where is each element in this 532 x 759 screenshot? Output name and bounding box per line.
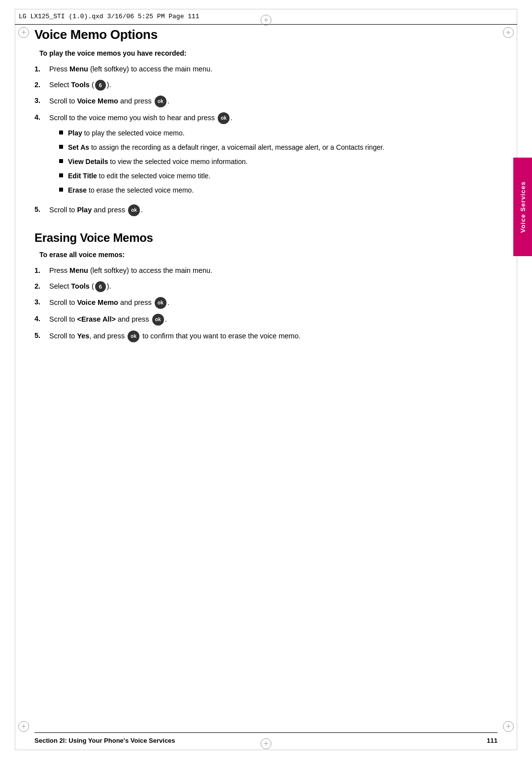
step-5-number: 5. (34, 204, 49, 215)
section2-wrapper: Erasing Voice Memos To erase all voice m… (34, 231, 493, 342)
s2-step-2-bold: Tools (71, 282, 90, 290)
crosshair-bottom-left (18, 721, 29, 732)
section2-steps: 1. Press Menu (left softkey) to access t… (34, 265, 493, 342)
section2-intro: To erase all voice memos: (39, 251, 493, 259)
bullet-icon-1 (59, 131, 63, 134)
bullet-icon-2 (59, 145, 63, 149)
s2-step-1-content: Press Menu (left softkey) to access the … (49, 265, 493, 276)
step-5-content: Scroll to Play and press ok. (49, 204, 493, 216)
step-5: 5. Scroll to Play and press ok. (34, 204, 493, 216)
step-3-number: 3. (34, 96, 49, 106)
bullet-play: Play to play the selected voice memo. (59, 128, 493, 138)
step-4-content: Scroll to the voice memo you wish to hea… (49, 112, 493, 199)
crosshair-top-right (503, 27, 514, 38)
footer: Section 2I: Using Your Phone's Voice Ser… (34, 732, 498, 744)
s2-step-2-content: Select Tools (6). (49, 281, 493, 292)
ok-badge-5: ok (152, 314, 164, 326)
s2-step-1-number: 1. (34, 265, 49, 276)
ok-badge-2: ok (218, 112, 230, 124)
s2-step-5-bold: Yes (77, 332, 89, 340)
header-text: LG LX125_STI (1.0).qxd 3/16/06 5:25 PM P… (19, 13, 200, 20)
s2-step-3-number: 3. (34, 297, 49, 308)
s2-step-1: 1. Press Menu (left softkey) to access t… (34, 265, 493, 276)
main-content: Voice Memo Options To play the voice mem… (34, 27, 493, 720)
tools-badge-2: 6 (95, 281, 106, 292)
section1-title: Voice Memo Options (34, 27, 493, 42)
bullet-setas-text: Set As to assign the recording as a defa… (68, 142, 384, 153)
step-4: 4. Scroll to the voice memo you wish to … (34, 112, 493, 199)
s2-step-3-bold: Voice Memo (77, 298, 118, 306)
s2-step-5-number: 5. (34, 330, 49, 341)
s2-step-1-bold: Menu (69, 266, 88, 274)
s2-step-5: 5. Scroll to Yes, and press ok to confir… (34, 330, 493, 342)
step-1-number: 1. (34, 64, 49, 75)
bullet-viewdetails-text: View Details to view the selected voice … (68, 157, 248, 167)
bullet-icon-5 (59, 188, 63, 192)
step-1: 1. Press Menu (left softkey) to access t… (34, 64, 493, 75)
bullet-play-text: Play to play the selected voice memo. (68, 128, 185, 138)
bullet-erase-text: Erase to erase the selected voice memo. (68, 185, 194, 196)
step-2-bold: Tools (71, 81, 90, 89)
bullet-viewdetails: View Details to view the selected voice … (59, 157, 493, 167)
side-tab: Voice Services (513, 158, 532, 256)
crosshair-top-center (261, 15, 271, 26)
bullet-edittitle: Edit Title to edit the selected voice me… (59, 171, 493, 181)
ok-badge-4: ok (155, 297, 166, 309)
s2-step-4: 4. Scroll to <Erase All> and press ok. (34, 314, 493, 326)
s2-step-2-number: 2. (34, 281, 49, 292)
bullet-icon-3 (59, 159, 63, 163)
ok-badge-6: ok (128, 330, 139, 342)
step-3-bold: Voice Memo (77, 97, 118, 105)
s2-step-3-content: Scroll to Voice Memo and press ok. (49, 297, 493, 309)
s2-step-4-bold: <Erase All> (77, 315, 115, 323)
bullet-edittitle-text: Edit Title to edit the selected voice me… (68, 171, 210, 181)
step-2: 2. Select Tools (6). (34, 80, 493, 91)
step-1-bold: Menu (69, 65, 88, 73)
bullet-erase: Erase to erase the selected voice memo. (59, 185, 493, 196)
section1-steps: 1. Press Menu (left softkey) to access t… (34, 64, 493, 216)
s2-step-2: 2. Select Tools (6). (34, 281, 493, 292)
crosshair-top-left (18, 27, 29, 38)
ok-badge-3: ok (128, 204, 140, 216)
tools-badge-1: 6 (95, 80, 106, 91)
s2-step-3: 3. Scroll to Voice Memo and press ok. (34, 297, 493, 309)
step-3-content: Scroll to Voice Memo and press ok. (49, 96, 493, 107)
step-2-number: 2. (34, 80, 49, 91)
s2-step-5-content: Scroll to Yes, and press ok to confirm t… (49, 330, 493, 342)
footer-left: Section 2I: Using Your Phone's Voice Ser… (34, 737, 175, 744)
s2-step-4-number: 4. (34, 314, 49, 325)
side-tab-label: Voice Services (519, 181, 527, 233)
step-5-bold: Play (77, 206, 92, 214)
s2-step-4-content: Scroll to <Erase All> and press ok. (49, 314, 493, 326)
ok-badge-1: ok (155, 96, 166, 107)
section1-intro: To play the voice memos you have recorde… (39, 49, 493, 57)
section2-title: Erasing Voice Memos (34, 231, 493, 245)
bullet-setas: Set As to assign the recording as a defa… (59, 142, 493, 153)
step-2-content: Select Tools (6). (49, 80, 493, 91)
step-3: 3. Scroll to Voice Memo and press ok. (34, 96, 493, 107)
crosshair-bottom-right (503, 721, 514, 732)
bullet-list: Play to play the selected voice memo. Se… (59, 128, 493, 196)
step-1-content: Press Menu (left softkey) to access the … (49, 64, 493, 75)
footer-right: 111 (487, 737, 498, 744)
step-4-number: 4. (34, 112, 49, 123)
bullet-icon-4 (59, 173, 63, 177)
